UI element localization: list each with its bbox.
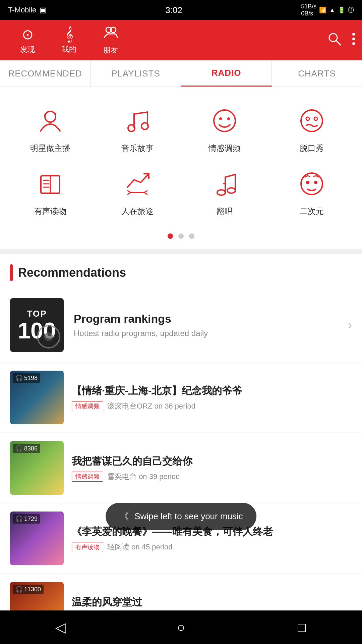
svg-point-14 bbox=[306, 117, 309, 120]
program-tag-3: 有声读物 bbox=[72, 542, 103, 552]
category-tabs: RECOMMENDED PLAYLISTS RADIO CHARTS bbox=[0, 60, 362, 87]
back-button[interactable]: ◁ bbox=[47, 614, 74, 641]
battery-icon: 🔋 bbox=[338, 6, 345, 14]
program-title-4: 温柔的风穿堂过 bbox=[72, 595, 352, 608]
program-item[interactable]: 🎧 5198 【情绪·重庆-上海-北京】纪念我的爷爷 情感调频 滚滚电台ORZ … bbox=[0, 363, 362, 432]
recommendations-section: Recommendations TOP 100 Program rankings… bbox=[0, 254, 362, 644]
dot-1[interactable] bbox=[168, 233, 173, 239]
rankings-subtitle: Hottest radio programs, updated daily bbox=[74, 329, 338, 338]
program-info-1: 【情绪·重庆-上海-北京】纪念我的爷爷 情感调频 滚滚电台ORZ on 36 p… bbox=[72, 384, 352, 411]
badge-icon: ⑪ bbox=[348, 6, 354, 14]
rankings-info: Program rankings Hottest radio programs,… bbox=[74, 312, 338, 338]
rankings-top-label: TOP bbox=[27, 309, 47, 319]
svg-point-19 bbox=[306, 181, 309, 184]
svg-point-5 bbox=[352, 38, 355, 40]
carrier-label: T-Mobile bbox=[8, 6, 36, 14]
svg-point-12 bbox=[227, 117, 230, 120]
friends-icon bbox=[103, 25, 118, 43]
radio-category-audiobook[interactable]: 有声读物 bbox=[7, 164, 94, 220]
svg-point-16 bbox=[217, 190, 225, 195]
header-actions bbox=[327, 32, 355, 49]
talk-show-label: 脱口秀 bbox=[300, 143, 324, 154]
celebrity-host-icon bbox=[34, 104, 67, 138]
search-button[interactable] bbox=[327, 32, 342, 49]
swipe-tooltip: 《 Swipe left to see your music bbox=[106, 503, 256, 530]
rankings-card[interactable]: TOP 100 Program rankings Hottest radio p… bbox=[0, 288, 362, 362]
mine-icon: 𝄞 bbox=[65, 26, 73, 42]
tab-mine[interactable]: 𝄞 我的 bbox=[48, 20, 90, 61]
home-button[interactable]: ○ bbox=[168, 614, 194, 641]
svg-point-18 bbox=[301, 173, 322, 195]
program-meta-2: 情感调频 雪奕电台 on 39 period bbox=[72, 472, 352, 482]
dot-2[interactable] bbox=[178, 233, 184, 239]
tab-friends-label: 朋友 bbox=[103, 45, 118, 55]
celebrity-host-label: 明星做主播 bbox=[30, 143, 70, 154]
signal-icon: 📶 bbox=[319, 6, 326, 14]
svg-point-15 bbox=[314, 117, 317, 120]
pagination-dots bbox=[0, 227, 362, 249]
program-station-3: 轻阅读 on 45 period bbox=[107, 542, 172, 552]
tab-playlists[interactable]: PLAYLISTS bbox=[90, 60, 181, 87]
rankings-thumbnail: TOP 100 bbox=[10, 298, 64, 352]
anime-icon bbox=[295, 167, 328, 201]
radio-category-celebrity-host[interactable]: 明星做主播 bbox=[7, 101, 94, 157]
chevron-right-icon: › bbox=[348, 318, 352, 332]
recents-button[interactable]: □ bbox=[288, 614, 315, 641]
wifi-icon: ▲ bbox=[329, 7, 335, 14]
tab-radio[interactable]: RADIO bbox=[181, 60, 272, 87]
program-thumbnail-2: 🎧 8386 bbox=[10, 441, 64, 495]
emotion-icon bbox=[208, 104, 241, 138]
dot-3[interactable] bbox=[189, 233, 194, 239]
anime-label: 二次元 bbox=[300, 206, 324, 217]
chevron-left-icon: 《 bbox=[119, 509, 129, 523]
svg-point-17 bbox=[227, 188, 235, 193]
audiobook-icon bbox=[34, 167, 67, 201]
music-story-icon bbox=[121, 104, 154, 138]
radio-category-emotion[interactable]: 情感调频 bbox=[181, 101, 268, 157]
svg-point-4 bbox=[352, 33, 355, 36]
travel-icon bbox=[121, 167, 154, 201]
radio-grid: 明星做主播 音乐故事 情感调频 bbox=[7, 101, 355, 220]
bottom-nav: ◁ ○ □ bbox=[0, 610, 362, 644]
radio-grid-section: 明星做主播 音乐故事 情感调频 bbox=[0, 87, 362, 227]
sim-icon: ▣ bbox=[40, 6, 47, 14]
program-meta-1: 情感调频 滚滚电台ORZ on 36 period bbox=[72, 401, 352, 411]
radio-category-talk-show[interactable]: 脱口秀 bbox=[268, 101, 355, 157]
vinyl-decoration bbox=[37, 325, 60, 348]
svg-point-10 bbox=[214, 110, 235, 131]
play-count-1: 🎧 5198 bbox=[13, 373, 40, 383]
status-bar: T-Mobile ▣ 3:02 51B/s 0B/s 📶 ▲ 🔋 ⑪ bbox=[0, 0, 362, 20]
svg-point-11 bbox=[219, 117, 222, 120]
svg-line-3 bbox=[336, 41, 341, 45]
program-tag-2: 情感调频 bbox=[72, 472, 103, 482]
network-speed: 51B/s 0B/s bbox=[301, 3, 316, 17]
tab-mine-label: 我的 bbox=[62, 44, 76, 54]
tab-charts[interactable]: CHARTS bbox=[272, 60, 362, 87]
tab-friends[interactable]: 朋友 bbox=[90, 20, 131, 61]
program-item[interactable]: 🎧 8386 我把蓄谋已久的自己交给你 情感调频 雪奕电台 on 39 peri… bbox=[0, 433, 362, 503]
svg-point-9 bbox=[141, 123, 148, 129]
svg-point-6 bbox=[352, 42, 355, 45]
svg-point-8 bbox=[128, 125, 135, 131]
app-header: ⊙ 发现 𝄞 我的 朋友 bbox=[0, 20, 362, 60]
tab-discover[interactable]: ⊙ 发现 bbox=[7, 20, 48, 61]
audiobook-label: 有声读物 bbox=[34, 206, 66, 217]
svg-point-13 bbox=[301, 110, 322, 131]
rankings-title: Program rankings bbox=[74, 312, 338, 325]
time-display: 3:02 bbox=[165, 5, 182, 15]
more-options-button[interactable] bbox=[352, 32, 355, 49]
program-info-2: 我把蓄谋已久的自己交给你 情感调频 雪奕电台 on 39 period bbox=[72, 454, 352, 482]
radio-category-travel[interactable]: 人在旅途 bbox=[94, 164, 181, 220]
radio-category-cover-song[interactable]: 翻唱 bbox=[181, 164, 268, 220]
program-title-1: 【情绪·重庆-上海-北京】纪念我的爷爷 bbox=[72, 384, 352, 397]
program-tag-1: 情感调频 bbox=[72, 401, 103, 411]
radio-category-anime[interactable]: 二次元 bbox=[268, 164, 355, 220]
tab-recommended[interactable]: RECOMMENDED bbox=[0, 60, 90, 87]
talk-show-icon bbox=[295, 104, 328, 138]
travel-label: 人在旅途 bbox=[121, 206, 154, 217]
recommendations-title: Recommendations bbox=[18, 266, 126, 280]
program-title-2: 我把蓄谋已久的自己交给你 bbox=[72, 454, 352, 468]
radio-category-music-story[interactable]: 音乐故事 bbox=[94, 101, 181, 157]
program-station-2: 雪奕电台 on 39 period bbox=[107, 472, 180, 482]
svg-point-20 bbox=[314, 181, 317, 184]
